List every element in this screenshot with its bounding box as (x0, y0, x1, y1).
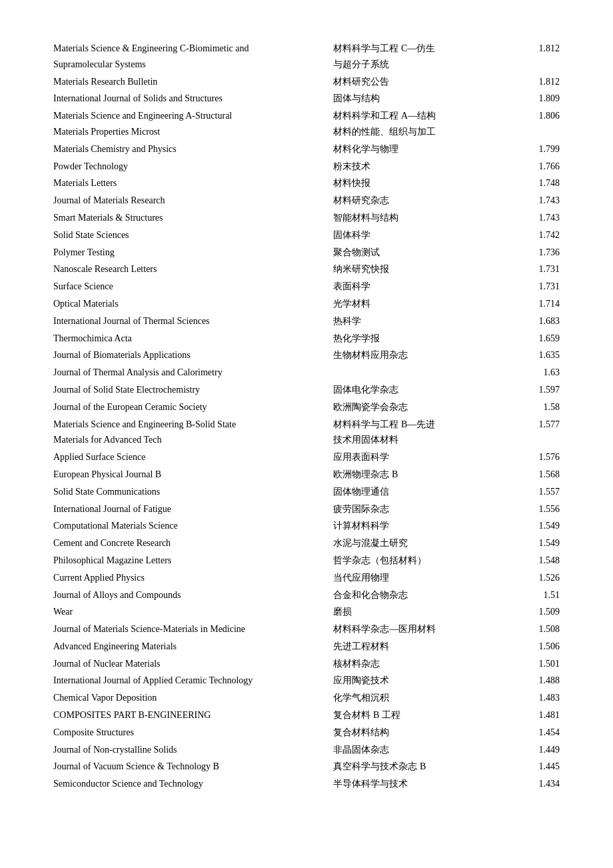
journal-chinese: 表面科学 (333, 278, 506, 295)
journal-english: Journal of Materials Science-Materials i… (53, 621, 333, 638)
table-row: Journal of Thermal Analysis and Calorime… (53, 364, 560, 381)
journal-impact-factor: 1.481 (506, 707, 560, 724)
journal-chinese: 纳米研究快报 (333, 261, 506, 278)
journal-impact-factor: 1.549 (506, 535, 560, 552)
table-row: Computational Materials Science 计算材料科学 1… (53, 517, 560, 535)
table-row: Cement and Concrete Research 水泥与混凝土研究 1.… (53, 535, 560, 552)
journal-chinese: 应用表面科学 (333, 449, 506, 466)
journal-english: Composite Structures (53, 724, 333, 741)
journal-impact-factor: 1.506 (506, 638, 560, 655)
journal-english: Philosophical Magazine Letters (53, 552, 333, 569)
table-row: Journal of Nuclear Materials 核材料杂志 1.501 (53, 655, 560, 673)
journal-english: Journal of Nuclear Materials (53, 655, 333, 673)
journal-chinese: 材料快报 (333, 175, 506, 192)
table-row: COMPOSITES PART B-ENGINEERING 复合材料 B 工程 … (53, 707, 560, 724)
journal-impact-factor: 1.63 (506, 364, 560, 381)
journal-english: International Journal of Applied Ceramic… (53, 672, 333, 689)
journal-english: Materials Letters (53, 175, 333, 192)
journal-english: Smart Materials & Structures (53, 209, 333, 227)
journal-impact-factor: 1.483 (506, 689, 560, 707)
table-row: Optical Materials 光学材料 1.714 (53, 295, 560, 313)
journal-chinese: 生物材料应用杂志 (333, 347, 506, 364)
journal-chinese: 聚合物测试 (333, 244, 506, 261)
journal-list: Materials Science & Engineering C-Biomim… (53, 40, 560, 793)
journal-english: Materials Research Bulletin (53, 73, 333, 91)
journal-chinese: 先进工程材料 (333, 638, 506, 655)
journal-impact-factor: 1.731 (506, 261, 560, 278)
journal-english: Materials Chemistry and Physics (53, 141, 333, 158)
journal-english: Optical Materials (53, 295, 333, 313)
table-row: Powder Technology 粉末技术 1.766 (53, 158, 560, 175)
journal-english: Solid State Sciences (53, 227, 333, 244)
journal-impact-factor: 1.806 (506, 107, 560, 141)
journal-impact-factor: 1.809 (506, 90, 560, 107)
journal-english: Wear (53, 603, 333, 621)
journal-english: Journal of the European Ceramic Society (53, 399, 333, 416)
table-row: International Journal of Fatigue 疲劳国际杂志 … (53, 501, 560, 518)
journal-english: Journal of Vacuum Science & Technology B (53, 758, 333, 775)
journal-chinese: 热科学 (333, 313, 506, 330)
table-row: International Journal of Applied Ceramic… (53, 672, 560, 689)
journal-chinese: 应用陶瓷技术 (333, 672, 506, 689)
journal-english: Advanced Engineering Materials (53, 638, 333, 655)
journal-impact-factor: 1.556 (506, 501, 560, 518)
journal-impact-factor: 1.731 (506, 278, 560, 295)
journal-impact-factor: 1.526 (506, 569, 560, 587)
table-row: Journal of Materials Science-Materials i… (53, 621, 560, 638)
journal-english: European Physical Journal B (53, 466, 333, 483)
table-row: Journal of Non-crystalline Solids 非晶固体杂志… (53, 741, 560, 759)
table-row: Wear 磨损 1.509 (53, 603, 560, 621)
journal-impact-factor: 1.445 (506, 758, 560, 775)
journal-chinese: 材料研究杂志 (333, 192, 506, 209)
journal-impact-factor: 1.576 (506, 449, 560, 466)
journal-english: Thermochimica Acta (53, 330, 333, 347)
journal-chinese: 固体物理通信 (333, 483, 506, 501)
journal-chinese: 材料科学与工程 C—仿生与超分子系统 (333, 40, 506, 73)
journal-impact-factor: 1.449 (506, 741, 560, 759)
journal-english: Journal of Solid State Electrochemistry (53, 381, 333, 399)
table-row: Materials Science and Engineering A-Stru… (53, 107, 560, 141)
journal-chinese: 材料研究公告 (333, 73, 506, 91)
journal-chinese: 欧洲陶瓷学会杂志 (333, 399, 506, 416)
journal-chinese: 复合材料结构 (333, 724, 506, 741)
table-row: Nanoscale Research Letters 纳米研究快报 1.731 (53, 261, 560, 278)
journal-chinese: 计算材料科学 (333, 517, 506, 535)
table-row: Journal of Solid State Electrochemistry … (53, 381, 560, 399)
table-row: Semiconductor Science and Technology 半导体… (53, 775, 560, 793)
table-row: Materials Letters 材料快报 1.748 (53, 175, 560, 192)
journal-english: Nanoscale Research Letters (53, 261, 333, 278)
journal-english: Computational Materials Science (53, 517, 333, 535)
table-row: Composite Structures 复合材料结构 1.454 (53, 724, 560, 741)
journal-impact-factor: 1.736 (506, 244, 560, 261)
journal-english: COMPOSITES PART B-ENGINEERING (53, 707, 333, 724)
table-row: Smart Materials & Structures 智能材料与结构 1.7… (53, 209, 560, 227)
journal-chinese: 复合材料 B 工程 (333, 707, 506, 724)
journal-impact-factor: 1.742 (506, 227, 560, 244)
table-row: Journal of the European Ceramic Society … (53, 399, 560, 416)
table-row: Journal of Biomaterials Applications 生物材… (53, 347, 560, 364)
journal-impact-factor: 1.597 (506, 381, 560, 399)
journal-english: Polymer Testing (53, 244, 333, 261)
journal-english: Journal of Biomaterials Applications (53, 347, 333, 364)
journal-english: Journal of Thermal Analysis and Calorime… (53, 364, 333, 381)
journal-impact-factor: 1.508 (506, 621, 560, 638)
journal-chinese: 材料科学和工程 A—结构材料的性能、组织与加工 (333, 107, 506, 141)
table-row: Solid State Communications 固体物理通信 1.557 (53, 483, 560, 501)
journal-chinese: 欧洲物理杂志 B (333, 466, 506, 483)
journal-impact-factor: 1.683 (506, 313, 560, 330)
journal-impact-factor: 1.577 (506, 416, 560, 449)
journal-chinese: 粉末技术 (333, 158, 506, 175)
journal-impact-factor: 1.509 (506, 603, 560, 621)
table-row: Surface Science 表面科学 1.731 (53, 278, 560, 295)
journal-impact-factor: 1.799 (506, 141, 560, 158)
journal-impact-factor: 1.766 (506, 158, 560, 175)
journal-impact-factor: 1.488 (506, 672, 560, 689)
journal-english: Semiconductor Science and Technology (53, 775, 333, 793)
table-row: Journal of Vacuum Science & Technology B… (53, 758, 560, 775)
journal-english: Applied Surface Science (53, 449, 333, 466)
journal-chinese: 材料化学与物理 (333, 141, 506, 158)
table-row: Journal of Alloys and Compounds 合金和化合物杂志… (53, 587, 560, 604)
table-row: Philosophical Magazine Letters 哲学杂志（包括材料… (53, 552, 560, 569)
journal-chinese: 核材料杂志 (333, 655, 506, 673)
table-row: Advanced Engineering Materials 先进工程材料 1.… (53, 638, 560, 655)
